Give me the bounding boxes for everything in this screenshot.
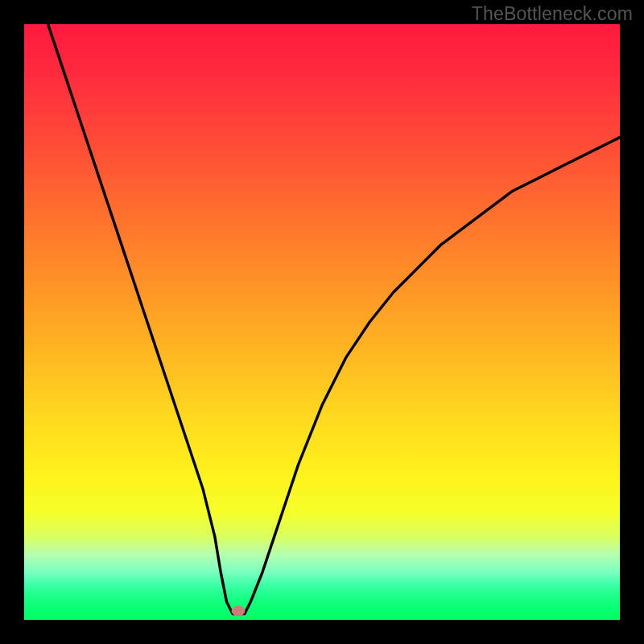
plot-area	[24, 24, 620, 620]
chart-frame: TheBottleneck.com	[0, 0, 644, 644]
bottleneck-curve	[24, 24, 620, 620]
optimal-point-marker	[232, 605, 246, 616]
watermark-text: TheBottleneck.com	[472, 3, 633, 25]
